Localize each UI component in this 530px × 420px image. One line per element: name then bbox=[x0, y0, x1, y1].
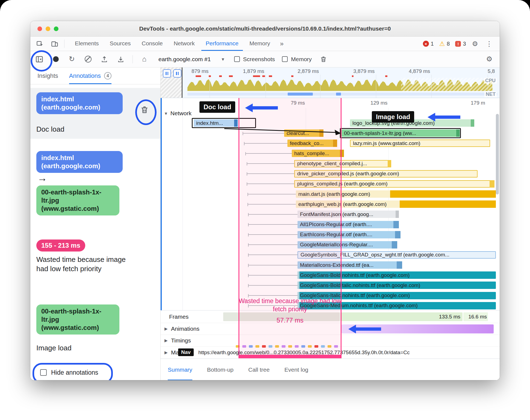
network-request-bar[interactable]: FontManifest.json (earth.goog... bbox=[298, 211, 399, 218]
chevron-collapsed-icon[interactable]: ▶ bbox=[164, 326, 168, 331]
screenshots-checkbox-row[interactable]: Screenshots bbox=[234, 56, 275, 63]
load-profile-icon[interactable] bbox=[100, 55, 109, 64]
network-request-bar[interactable]: phenotype_client_compiled.j... bbox=[294, 160, 391, 167]
record-and-reload-icon[interactable]: ↻ bbox=[67, 55, 76, 63]
collect-garbage-icon[interactable] bbox=[319, 55, 328, 64]
overview-brush-handle[interactable] bbox=[182, 67, 182, 98]
settings-gear-icon[interactable]: ⚙ bbox=[470, 40, 480, 48]
tab-console[interactable]: Console bbox=[137, 37, 167, 51]
tab-sources[interactable]: Sources bbox=[105, 37, 135, 51]
network-request-bar[interactable]: clearcut... bbox=[284, 129, 323, 137]
network-request-bar[interactable]: GoogleSans-Italic.nohints.ttf (earth.goo… bbox=[298, 292, 496, 299]
network-request-label: GoogleSans-Italic.nohints.ttf (earth.goo… bbox=[300, 292, 410, 298]
network-waterfall[interactable]: 79 ms129 ms179 m ▼ Network index.htm...l… bbox=[161, 98, 500, 310]
annotation-card-time-range[interactable]: 155 - 213 ms Wasted time because image h… bbox=[30, 237, 160, 300]
frame-duration: 16.6 ms bbox=[468, 314, 487, 320]
screenshots-checkbox[interactable] bbox=[234, 56, 240, 62]
network-request-bar[interactable]: earthplugin_web.js (earth.google.com) bbox=[296, 200, 496, 208]
frames-track[interactable]: Frames 133.5 ms 16.6 ms bbox=[161, 310, 500, 323]
network-request-bar[interactable]: GoogleSans-Bold.nohints.ttf (earth.googl… bbox=[298, 271, 496, 279]
network-request-bar[interactable]: MaterialIcons-Extended.ttf (ea... bbox=[298, 261, 402, 269]
network-activity-strip bbox=[187, 93, 497, 96]
tab-memory[interactable]: Memory bbox=[245, 37, 275, 51]
annotation-card-doc-load[interactable]: index.html (earth.google.com) Doc load bbox=[30, 88, 160, 139]
history-select[interactable]: earth.google.com #1 ▾ bbox=[156, 54, 227, 64]
error-icon: × bbox=[423, 41, 429, 47]
issue-badge[interactable]: !3 bbox=[455, 41, 466, 47]
inspect-element-icon[interactable] bbox=[35, 39, 45, 49]
animations-track[interactable]: ▶ Animations bbox=[161, 323, 500, 335]
hide-annotations-checkbox[interactable] bbox=[40, 369, 47, 376]
waterfall-scrollbar[interactable] bbox=[496, 114, 499, 194]
network-request-bar[interactable]: hats_compile... bbox=[292, 150, 344, 157]
save-profile-icon[interactable] bbox=[116, 55, 125, 64]
main-thread-track[interactable]: ▶ Ma... Nav https://earth.google.com/web… bbox=[161, 347, 500, 359]
network-request-label: EarthIcons-Regular.otf (earth.... bbox=[300, 232, 372, 238]
sidebar-tabs: Insights Annotations 4 bbox=[30, 67, 160, 84]
pause-marker-icon[interactable] bbox=[173, 69, 181, 78]
bottom-tab-bottom-up[interactable]: Bottom-up bbox=[207, 359, 234, 380]
doc-load-arrow-icon bbox=[245, 103, 278, 112]
more-tabs-icon[interactable]: » bbox=[279, 40, 285, 48]
device-toolbar-icon[interactable] bbox=[49, 39, 60, 49]
network-request-bar[interactable]: lazy.min.js (www.gstatic.com) bbox=[350, 140, 490, 147]
devtools-tabs: ElementsSourcesConsoleNetworkPerformance… bbox=[70, 37, 275, 51]
network-request-bar[interactable]: feedback_co... bbox=[287, 140, 337, 147]
pause-marker-icon[interactable] bbox=[163, 69, 171, 78]
hide-annotations-row[interactable]: Hide annotations bbox=[30, 365, 160, 380]
chevron-collapsed-icon[interactable]: ▶ bbox=[164, 338, 168, 343]
memory-checkbox-row[interactable]: Memory bbox=[282, 56, 312, 63]
live-metrics-home-icon[interactable]: ⌂ bbox=[140, 55, 149, 63]
minimize-window-button[interactable] bbox=[46, 26, 50, 31]
frame-bar[interactable] bbox=[223, 312, 340, 321]
memory-checkbox[interactable] bbox=[282, 56, 288, 62]
tab-performance[interactable]: Performance bbox=[201, 37, 243, 51]
bottom-tab-event-log[interactable]: Event log bbox=[284, 359, 308, 380]
main-flame-chip bbox=[288, 345, 292, 348]
tab-insights[interactable]: Insights bbox=[37, 72, 58, 84]
frame-bar[interactable]: 133.5 ms bbox=[340, 312, 463, 321]
main-flame-chip bbox=[262, 345, 266, 348]
clear-recording-icon[interactable] bbox=[83, 55, 93, 64]
network-request-bar[interactable]: GoogleMaterialIcons-Regular.... bbox=[298, 241, 397, 249]
request-whisker bbox=[248, 275, 298, 276]
bottom-tab-call-tree[interactable]: Call tree bbox=[248, 359, 270, 380]
network-request-bar[interactable]: GoogleSans-BoldItalic.nohints.ttf (earth… bbox=[298, 282, 496, 289]
network-request-bar[interactable]: main.dart.js (earth.google.com) bbox=[296, 190, 496, 198]
overview-gridline bbox=[266, 75, 266, 98]
close-window-button[interactable] bbox=[37, 26, 42, 31]
bottom-tab-summary[interactable]: Summary bbox=[168, 359, 192, 380]
capture-settings-gear-icon[interactable]: ⚙ bbox=[485, 55, 494, 63]
zoom-window-button[interactable] bbox=[54, 26, 58, 31]
network-request-bar[interactable]: All1PIcons-Regular.otf (earth.... bbox=[298, 221, 399, 228]
frame-bar[interactable]: 16.6 ms bbox=[463, 312, 488, 321]
tab-annotations[interactable]: Annotations 4 bbox=[69, 72, 111, 84]
tab-elements[interactable]: Elements bbox=[70, 37, 103, 51]
kebab-menu-icon[interactable]: ⋮ bbox=[484, 40, 494, 48]
network-request-label: phenotype_client_compiled.j... bbox=[297, 161, 367, 167]
desktop-background: DevTools - earth.google.com/static/multi… bbox=[0, 0, 530, 420]
annotation-label-image-load: Image load bbox=[36, 343, 72, 353]
network-request-bar[interactable]: plugins_compiled.js (earth.google.com) bbox=[294, 180, 494, 188]
chevron-collapsed-icon[interactable]: ▶ bbox=[164, 350, 168, 355]
network-request-bar[interactable]: GoogleSymbols_FILL_GRAD_opsz_wght.ttf (e… bbox=[298, 251, 496, 259]
tab-network[interactable]: Network bbox=[169, 37, 199, 51]
timings-track[interactable]: ▶ Timings bbox=[161, 335, 500, 347]
annotation-card-link[interactable]: index.html (earth.google.com) → 00-earth… bbox=[30, 149, 160, 221]
more-requests-ellipsis[interactable]: ... bbox=[325, 301, 333, 308]
network-request-bar[interactable]: EarthIcons-Regular.otf (earth.... bbox=[298, 231, 401, 238]
record-button[interactable] bbox=[51, 55, 60, 64]
animations-arrow-icon bbox=[348, 325, 381, 333]
toggle-sidebar-icon[interactable] bbox=[35, 55, 44, 64]
annotation-card-image-load[interactable]: 00-earth-splash-1x-ltr.jpg (www.gstatic.… bbox=[30, 302, 160, 359]
image-load-arrow-icon bbox=[428, 113, 460, 122]
overview-gridline bbox=[320, 75, 320, 98]
network-request-bar[interactable]: drive_picker_compiled.js (earth.google.c… bbox=[294, 170, 478, 178]
error-badge[interactable]: ×1 bbox=[423, 41, 434, 47]
warning-badge[interactable]: ⚠8 bbox=[439, 40, 450, 48]
timeline-overview[interactable]: 879 ms1,879 ms2,879 ms3,879 ms4,879 ms5,… bbox=[161, 67, 500, 98]
overview-gridline bbox=[376, 75, 376, 98]
network-request-label: lazy.min.js (www.gstatic.com) bbox=[353, 140, 420, 146]
delete-annotation-button[interactable] bbox=[140, 105, 149, 115]
network-request-label: GoogleSans-Medium.nohints.ttf (earth.goo… bbox=[300, 303, 418, 309]
